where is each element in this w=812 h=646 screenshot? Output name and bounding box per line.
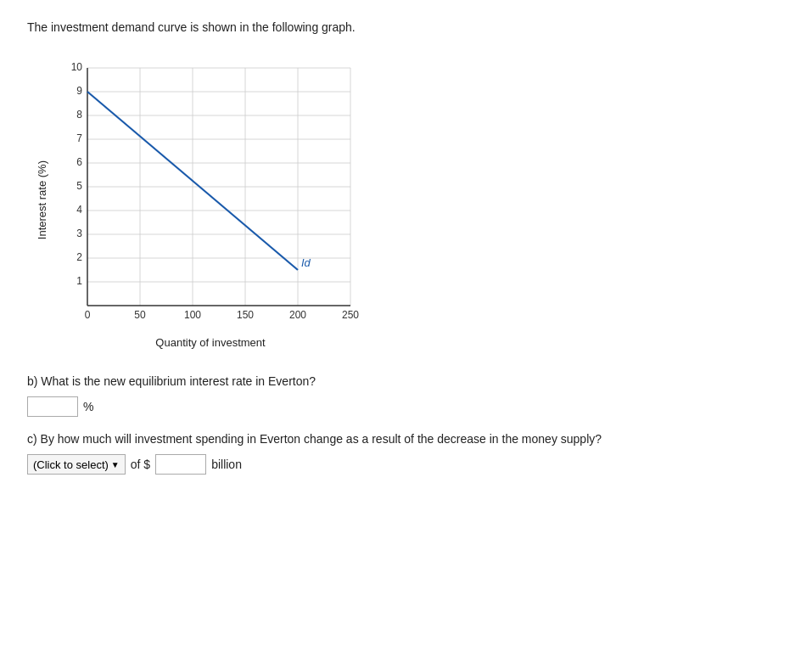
x-axis-label: Quantity of investment — [155, 336, 265, 349]
dropdown-label: (Click to select) — [33, 458, 109, 471]
section-b: b) What is the new equilibrium interest … — [27, 374, 785, 417]
click-to-select-dropdown[interactable]: (Click to select) ▼ — [27, 454, 126, 475]
section-b-input-row: % — [27, 396, 785, 417]
billion-unit: billion — [211, 458, 242, 471]
of-dollar-text: of $ — [131, 458, 150, 471]
section-b-question: b) What is the new equilibrium interest … — [27, 374, 785, 388]
chart-wrap: Quantity of investment — [53, 51, 367, 349]
percent-unit: % — [83, 400, 93, 413]
graph-container: Interest rate (%) Quantity of investment — [36, 51, 785, 349]
dropdown-arrow-icon: ▼ — [111, 460, 120, 469]
y-axis-label: Interest rate (%) — [36, 160, 48, 239]
section-c-input-row: (Click to select) ▼ of $ billion — [27, 454, 785, 475]
investment-change-input[interactable] — [155, 454, 206, 475]
section-c-question: c) By how much will investment spending … — [27, 432, 785, 446]
section-c: c) By how much will investment spending … — [27, 432, 785, 475]
equilibrium-rate-input[interactable] — [27, 396, 78, 417]
intro-text: The investment demand curve is shown in … — [27, 20, 785, 34]
investment-chart — [53, 51, 367, 331]
